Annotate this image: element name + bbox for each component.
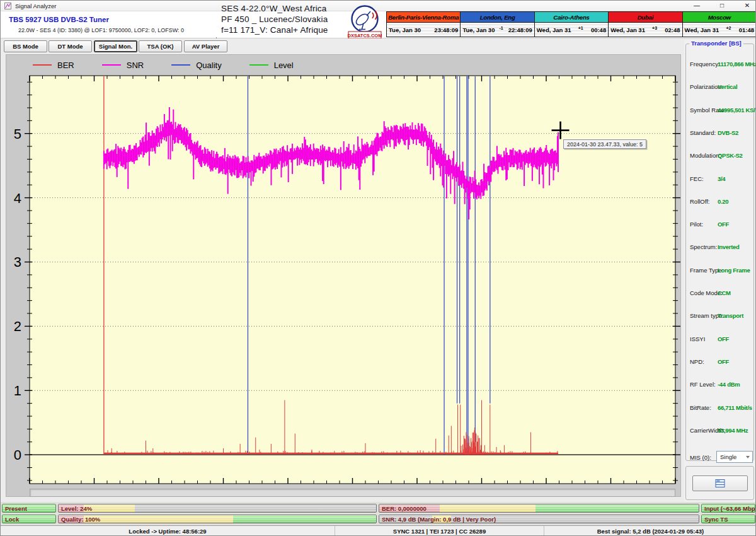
satellite-line: SES 4-22.0°W_West Africa <box>221 3 328 14</box>
clock-date: Tue, Jan 30 <box>389 26 421 33</box>
stream-save-button[interactable] <box>692 475 748 491</box>
dxsatcs-logo: DXSATCS.COM <box>345 4 384 40</box>
row-value: 0.20 <box>718 198 728 205</box>
bar-segment-yellow <box>440 504 536 512</box>
bar-syncts: Sync TS <box>701 515 755 523</box>
legend-swatch-quality <box>171 64 190 66</box>
legend-swatch-level <box>249 64 268 66</box>
row-label: Standard: <box>690 129 716 136</box>
bar-input: Input (~63,66 Mbps) <box>701 504 755 513</box>
row-label: RollOff: <box>690 198 710 205</box>
app-icon <box>4 3 11 9</box>
svg-text:0: 0 <box>14 447 21 463</box>
legend-swatch-ber <box>33 64 52 66</box>
transponder-row: Code Mode:CCM <box>686 289 753 298</box>
bar-snr: SNR: 4,9 dB (Margin: 0,9 dB | Very Poor) <box>379 515 699 523</box>
clock-cell: Berlin-Paris-Vienna-RomaTue, Jan 3023:48… <box>387 12 460 37</box>
satellite-line: f=11 171_V: Canal+ Afrique <box>221 25 328 35</box>
row-label: Frequency: <box>690 61 720 67</box>
transponder-row: Spectrum:Inverted <box>686 243 753 252</box>
chevron-down-icon <box>746 456 750 458</box>
signal-chart[interactable]: 012345 <box>6 55 682 498</box>
row-value: CCM <box>718 289 731 296</box>
window-title: Signal Analyzer <box>15 3 56 9</box>
bar-segment-yellow <box>84 515 233 523</box>
bar-segment-green <box>233 515 376 523</box>
clock-time: 02:48 <box>665 26 680 33</box>
clock-datetime: Tue, Jan 30-122:48:09 <box>461 23 534 37</box>
tab-signal-mon-[interactable]: Signal Mon. <box>94 40 137 52</box>
bar-label: Lock <box>5 516 19 523</box>
row-label: BitRate: <box>690 404 711 411</box>
groupbox-title: Transponder [BS] <box>689 40 743 47</box>
svg-text:4: 4 <box>14 190 21 206</box>
mis-select[interactable]: Single <box>716 451 753 463</box>
legend-swatch-snr <box>102 64 121 66</box>
tab-bs-mode[interactable]: BS Mode <box>4 40 47 52</box>
transponder-row: NPD:OFF <box>686 358 753 367</box>
clock-time: 23:48:09 <box>434 26 458 33</box>
tuner-subtitle: 22.0W - SES 4 (ID: 3380) @ LOF1: 9750000… <box>18 27 184 33</box>
transponder-row: Frequency:11170,866 MHz <box>686 61 753 69</box>
row-value: Vertical <box>718 83 737 90</box>
row-value: Long Frame <box>718 267 750 274</box>
bar-label: BER: 0,0000000 <box>382 505 427 512</box>
legend-item: BER <box>33 61 74 70</box>
clock-cell: DubaiWed, Jan 31+302:48 <box>609 12 682 37</box>
row-value: 11170,866 MHz <box>718 61 756 67</box>
status-bars: PresentLevel: 24%BER: 0,0000000Input (~6… <box>1 502 756 525</box>
bar-ber: BER: 0,0000000 <box>379 504 699 513</box>
clock-date: Wed, Jan 31 <box>685 26 719 33</box>
row-label: Modulation: <box>690 152 721 159</box>
chart-hscrollbar[interactable] <box>30 489 675 497</box>
row-value: Transport <box>718 312 743 319</box>
legend-item: Quality <box>171 61 221 70</box>
close-button[interactable]: ✕ <box>738 1 756 11</box>
tab-bar: BS ModeDT ModeSignal Mon.TSA (OK)AV Play… <box>1 38 684 54</box>
svg-text:5: 5 <box>14 126 21 142</box>
row-value: 44995,501 KS/s <box>718 107 756 114</box>
clock-offset: +1 <box>578 26 583 30</box>
bar-level: Level: 24% <box>58 504 377 513</box>
transponder-row: RollOff:0.20 <box>686 198 753 207</box>
mis-label: MIS (0): <box>690 454 711 461</box>
transponder-row: Polarization:Vertical <box>686 83 753 92</box>
chart-panel: 012345 BERSNRQualityLevel 2024-01-30 23.… <box>6 54 681 497</box>
row-value: DVB-S2 <box>718 129 738 136</box>
maximize-button[interactable]: □ <box>713 1 731 11</box>
clock-datetime: Wed, Jan 31+100:48 <box>535 23 608 37</box>
satellite-line: PF 450 _ Lucenec/Slovakia <box>221 14 328 25</box>
tab-av-player[interactable]: AV Player <box>184 40 227 52</box>
clock-city: London, Eng <box>461 12 534 23</box>
clock-datetime: Wed, Jan 31+201:48 <box>683 23 756 37</box>
transponder-row: Pilot:OFF <box>686 221 753 230</box>
row-value: OFF <box>718 221 729 228</box>
clock-offset: +3 <box>652 26 657 30</box>
clock-date: Tue, Jan 30 <box>462 26 495 33</box>
transponder-row: ISSYIOFF <box>686 335 753 344</box>
transponder-row: CarrierWidth:53,994 MHz <box>686 427 753 436</box>
tab-tsa-ok-[interactable]: TSA (OK) <box>139 40 182 52</box>
bar-label: Input (~63,66 Mbps) <box>704 505 755 512</box>
statusbar-sync-counters: SYNC 1321 | TEI 1723 | CC 26289 <box>335 526 544 536</box>
clock-cell: MoscowWed, Jan 31+201:48 <box>683 12 756 37</box>
legend-label: BER <box>57 61 74 70</box>
row-value: 66,711 Mbit/s <box>718 404 752 411</box>
minimize-button[interactable]: — <box>687 1 706 11</box>
row-value: Inverted <box>718 243 740 250</box>
svg-text:1: 1 <box>14 383 21 399</box>
transponder-row: Modulation:QPSK-S2 <box>686 152 753 161</box>
world-clocks: Berlin-Paris-Vienna-RomaTue, Jan 3023:48… <box>386 11 756 37</box>
clock-datetime: Tue, Jan 3023:48:09 <box>387 23 460 37</box>
mis-value: Single <box>720 453 736 460</box>
row-label: ISSYI <box>690 335 705 342</box>
logo-caption: DXSATCS.COM <box>348 33 382 38</box>
bar-label: Sync TS <box>704 516 728 523</box>
legend-label: Quality <box>196 61 221 70</box>
chart-tooltip: 2024-01-30 23.47.33, value: 5 <box>563 139 646 149</box>
transponder-row: FEC:3/4 <box>686 175 753 184</box>
tab-dt-mode[interactable]: DT Mode <box>49 40 92 52</box>
row-label: Spectrum: <box>690 243 717 250</box>
row-value: OFF <box>718 358 729 365</box>
row-label: NPD: <box>690 358 704 365</box>
